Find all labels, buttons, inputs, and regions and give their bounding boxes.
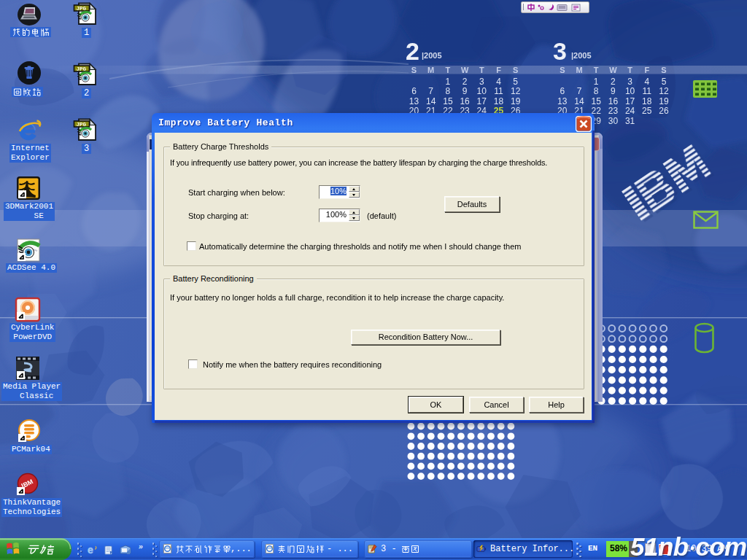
- svg-text:9: 9: [462, 86, 468, 96]
- svg-text:12: 12: [511, 86, 521, 96]
- svg-text:1: 1: [594, 77, 599, 87]
- svg-text:5: 5: [513, 77, 518, 87]
- svg-text:5: 5: [662, 77, 667, 87]
- svg-text:6: 6: [560, 86, 565, 96]
- svg-text:2: 2: [406, 37, 419, 65]
- svg-text:19: 19: [659, 96, 669, 106]
- svg-text:16: 16: [460, 96, 470, 106]
- svg-text:4: 4: [496, 77, 501, 87]
- svg-text:10: 10: [625, 86, 635, 96]
- svg-text:8: 8: [446, 86, 451, 96]
- svg-text:30: 30: [608, 116, 619, 126]
- svg-text:25: 25: [642, 106, 652, 116]
- svg-text:7: 7: [428, 86, 433, 96]
- svg-text:T: T: [594, 66, 599, 74]
- svg-text:24: 24: [625, 106, 635, 116]
- svg-text:31: 31: [625, 116, 635, 126]
- svg-text:15: 15: [443, 96, 453, 106]
- svg-text:T: T: [479, 66, 484, 74]
- svg-text:18: 18: [642, 96, 652, 106]
- svg-text:JPG: JPG: [77, 122, 87, 128]
- svg-text:23: 23: [608, 106, 619, 116]
- svg-text:W: W: [461, 66, 469, 74]
- svg-text:2: 2: [462, 77, 468, 87]
- svg-text:10: 10: [477, 86, 487, 96]
- svg-text:14: 14: [574, 96, 584, 106]
- svg-text:F: F: [644, 66, 649, 74]
- svg-text:9: 9: [611, 86, 616, 96]
- svg-text:4: 4: [644, 77, 649, 87]
- svg-text:3: 3: [627, 77, 632, 87]
- svg-text:13: 13: [557, 96, 568, 106]
- svg-text:S: S: [411, 66, 417, 74]
- svg-text:F: F: [496, 66, 501, 74]
- svg-text:6: 6: [411, 86, 417, 96]
- svg-text:18: 18: [494, 96, 504, 106]
- svg-text:|2005: |2005: [422, 51, 442, 60]
- svg-text:2: 2: [611, 77, 616, 87]
- svg-text:3: 3: [553, 37, 567, 65]
- svg-text:17: 17: [625, 96, 635, 106]
- svg-text:T: T: [446, 66, 451, 74]
- svg-text:13: 13: [409, 96, 419, 106]
- svg-text:1: 1: [446, 77, 451, 87]
- svg-text:11: 11: [494, 86, 503, 96]
- svg-text:JPG: JPG: [77, 6, 87, 12]
- svg-text:T: T: [627, 66, 632, 74]
- svg-text:12: 12: [659, 86, 669, 96]
- svg-text:S: S: [513, 66, 518, 74]
- svg-text:8: 8: [594, 86, 599, 96]
- svg-text:14: 14: [426, 96, 436, 106]
- svg-text:M: M: [576, 66, 582, 74]
- svg-text:19: 19: [511, 96, 521, 106]
- svg-text:26: 26: [659, 106, 669, 116]
- svg-text:7: 7: [577, 86, 582, 96]
- svg-text:S: S: [560, 66, 565, 74]
- svg-text:S: S: [661, 66, 666, 74]
- svg-text:M: M: [427, 66, 434, 74]
- svg-text:W: W: [609, 66, 617, 74]
- svg-text:17: 17: [477, 96, 487, 106]
- svg-text:|2005: |2005: [571, 51, 592, 60]
- svg-text:15: 15: [592, 96, 602, 106]
- svg-text:16: 16: [608, 96, 619, 106]
- svg-text:3: 3: [479, 77, 484, 87]
- svg-text:e: e: [88, 545, 93, 556]
- svg-text:11: 11: [643, 86, 652, 96]
- svg-text:JPG: JPG: [77, 66, 87, 72]
